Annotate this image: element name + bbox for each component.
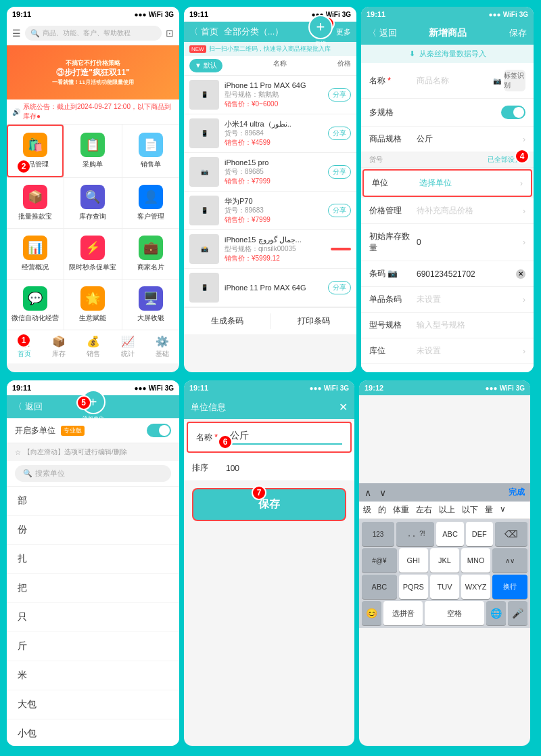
form-row-single-barcode[interactable]: 单品条码 未设置 › [361, 287, 534, 313]
grid-item-cashier[interactable]: 🖥️ 大屏收银 [122, 280, 179, 330]
key-punct[interactable]: ，。?! [396, 522, 434, 546]
form-row-name[interactable]: 名称 * 商品名称 📷 标签识别 [361, 63, 534, 99]
nav-stats[interactable]: 📈 统计 [110, 330, 145, 363]
filter-default[interactable]: ▼ 默认 [189, 59, 222, 72]
unit-item-dabao[interactable]: 大包 [7, 690, 179, 719]
key-ghi[interactable]: GHI [399, 548, 428, 573]
grid-item-flash-sale[interactable]: ⚡ 限时秒杀促单宝 [64, 229, 121, 279]
more-button[interactable]: 更多 [336, 27, 351, 37]
form-row-location[interactable]: 库位 未设置 › [361, 338, 534, 364]
menu-icon[interactable]: ☰ [12, 28, 21, 39]
scan-icon[interactable]: ⊡ [166, 28, 174, 39]
unit-item-jin[interactable]: 斤 [7, 632, 179, 661]
back-button-2[interactable]: 〈 首页 [189, 26, 218, 38]
add-product-button[interactable]: + 新增 [308, 15, 333, 47]
back-button-4[interactable]: 〈 返回 [14, 401, 43, 413]
arrow-down-btn[interactable]: ∨ [379, 487, 386, 498]
form-row-init-stock[interactable]: 初始库存数量 0 › [361, 224, 534, 261]
save-unit-button[interactable]: 保存 [192, 488, 346, 521]
nav-inventory[interactable]: 📦 库存 [41, 330, 76, 363]
unit-search-input[interactable]: 🔍 搜索单位 [15, 465, 171, 482]
key-jkl[interactable]: JKL [430, 548, 459, 573]
form-row-unit[interactable]: 单位 选择单位 › [362, 169, 532, 197]
unit-item-zha[interactable]: 扎 [7, 545, 179, 574]
grid-item-empower[interactable]: 🌟 生意赋能 [64, 280, 121, 330]
product-item-5[interactable]: 📸 iPhone15 جمال گوروچ... 型号规格：qinsilk000… [184, 230, 356, 269]
key-wxyz[interactable]: WXYZ [461, 575, 490, 599]
form-row-barcode[interactable]: 条码 📷 6901234521702 ✕ [361, 261, 534, 287]
product-item-3[interactable]: 📷 iPhone15 pro 货号：89685 销售价：¥7999 分享 [184, 153, 356, 192]
keyboard-row-3: ABC PQRS TUV WXYZ 换行 [362, 575, 527, 599]
key-abc[interactable]: ABC [436, 522, 463, 546]
save-button-3[interactable]: 保存 [487, 27, 527, 39]
key-delete[interactable]: ⌫ [495, 522, 527, 546]
share-btn-6[interactable]: 分享 [328, 281, 351, 294]
key-def[interactable]: DEF [466, 522, 493, 546]
form-row-notes[interactable]: 备注 商品备注信息 [361, 364, 534, 372]
multi-unit-toggle[interactable] [147, 424, 171, 437]
promo-banner: 不搞它不打价格策略 ③步打造"疯狂双11" 一看就懂！11月活动功能限量使用 [7, 45, 179, 99]
key-newline[interactable]: 换行 [492, 575, 527, 599]
grid-item-product-mgmt[interactable]: 🛍️ 商品管理 [7, 125, 64, 177]
unit-item-bu[interactable]: 部 [7, 487, 179, 516]
form-row-price[interactable]: 价格管理 待补充商品价格 › [361, 198, 534, 224]
key-special[interactable]: #@¥ [362, 548, 397, 573]
key-mic[interactable]: 🎤 [508, 601, 527, 625]
grid-item-wechat[interactable]: 💬 微信自动化经营 [7, 280, 64, 330]
form-row-product-spec[interactable]: 商品规格 公斤 › [361, 127, 534, 152]
unit-name-row[interactable]: 名称 * 公斤 [187, 422, 352, 453]
grid-item-inventory[interactable]: 🔍 库存查询 [64, 178, 121, 228]
key-emoji[interactable]: 😊 [362, 601, 381, 625]
generate-barcode-btn[interactable]: 生成条码 [184, 308, 270, 334]
grid-item-overview[interactable]: 📊 经营概况 [7, 229, 64, 279]
unit-info-header: 单位信息 ✕ [184, 395, 354, 419]
barcode-edit-icon[interactable]: ✕ [516, 269, 525, 279]
col-price: 价格 [337, 59, 351, 72]
key-abc2[interactable]: ABC [362, 575, 397, 599]
label-identify-btn[interactable]: 标签识别 [504, 70, 525, 91]
unit-order-row: 排序 100 [184, 455, 354, 481]
multi-spec-toggle[interactable] [501, 106, 525, 119]
key-globe[interactable]: 🌐 [486, 601, 506, 625]
close-unit-info-btn[interactable]: ✕ [339, 401, 348, 414]
grid-item-sales[interactable]: 📄 销售单 [122, 125, 179, 177]
key-space[interactable]: 空格 [425, 601, 484, 625]
product-item-2[interactable]: 📱 小米14 ultra（نطور.. 货号：89684 销售价：¥4599 分… [184, 114, 356, 153]
arrow-up-btn[interactable]: ∧ [364, 487, 371, 498]
import-bar[interactable]: ⬇ 从秦丝海量数据导入 [361, 45, 534, 63]
key-pinyin[interactable]: 选拼音 [383, 601, 423, 625]
keyboard-done-btn[interactable]: 完成 [509, 487, 525, 498]
form-row-model[interactable]: 型号规格 输入型号规格 [361, 313, 534, 338]
unit-item-ba[interactable]: 把 [7, 574, 179, 603]
key-mno[interactable]: MNO [461, 548, 490, 573]
nav-basic[interactable]: ⚙️ 基础 [145, 330, 179, 363]
key-tuv[interactable]: TUV [430, 575, 459, 599]
keyboard-row-1: 123 ，。?! ABC DEF ⌫ [362, 522, 527, 546]
search-bar[interactable]: 🔍 商品、功能、客户、帮助教程 [25, 26, 162, 41]
unit-item-mi[interactable]: 米 [7, 661, 179, 690]
share-btn-4[interactable]: 分享 [328, 204, 351, 217]
form-row-multi-spec[interactable]: 多规格 [361, 99, 534, 127]
share-btn-1[interactable]: 分享 [328, 88, 351, 102]
print-barcode-btn[interactable]: 打印条码 [270, 308, 356, 334]
share-btn-2[interactable]: 分享 [328, 127, 351, 140]
key-arrows[interactable]: ∧∨ [492, 548, 527, 573]
grid-item-customer[interactable]: 👤 客户管理 [122, 178, 179, 228]
product-item-6[interactable]: 📱 iPhone 11 Pro MAX 64G 分享 [184, 269, 356, 307]
feature-grid: 🛍️ 商品管理 📋 采购单 📄 销售单 📦 批量推款宝 🔍 库存查询 👤 客户管… [7, 125, 179, 330]
badge-4: 4 [515, 149, 530, 164]
grid-item-batch[interactable]: 📦 批量推款宝 [7, 178, 64, 228]
key-pqrs[interactable]: PQRS [399, 575, 428, 599]
product-item-1[interactable]: 📱 iPhone 11 Pro MAX 64G 型号规格：鹅鹅鹅 销售价：¥0~… [184, 76, 356, 114]
unit-item-xiaobao[interactable]: 小包 [7, 719, 179, 746]
product-item-4[interactable]: 📱 华为P70 货号：89683 销售价：¥7999 分享 [184, 192, 356, 230]
key-123[interactable]: 123 [362, 522, 394, 546]
unit-item-zhi[interactable]: 只 [7, 603, 179, 632]
unit-item-fen[interactable]: 份 [7, 516, 179, 545]
share-btn-3[interactable]: 分享 [328, 165, 351, 179]
grid-item-purchase[interactable]: 📋 采购单 [64, 125, 121, 177]
unit-name-input[interactable]: 公斤 [230, 430, 342, 445]
nav-sales[interactable]: 💰 销售 [76, 330, 110, 363]
grid-item-business-card[interactable]: 💼 商家名片 [122, 229, 179, 279]
back-button-3[interactable]: 〈 返回 [368, 27, 408, 39]
